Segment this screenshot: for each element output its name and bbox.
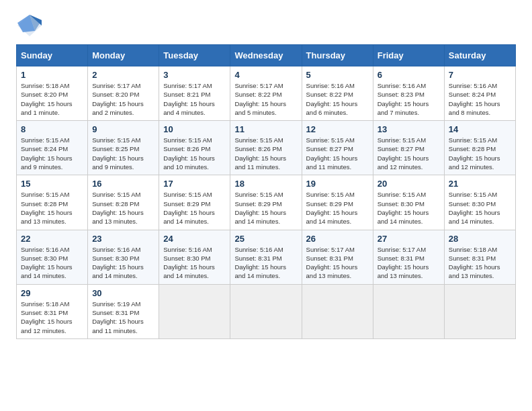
day-info: Sunrise: 5:17 AM Sunset: 8:31 PM Dayligh… [306,245,369,281]
day-number: 25 [234,234,297,244]
day-info: Sunrise: 5:16 AM Sunset: 8:22 PM Dayligh… [306,81,369,117]
day-info: Sunrise: 5:15 AM Sunset: 8:29 PM Dayligh… [306,190,369,226]
day-info: Sunrise: 5:15 AM Sunset: 8:28 PM Dayligh… [92,190,154,226]
day-info: Sunrise: 5:17 AM Sunset: 8:21 PM Dayligh… [163,81,226,117]
calendar-cell: 5Sunrise: 5:16 AM Sunset: 8:22 PM Daylig… [302,66,373,121]
calendar-cell: 8Sunrise: 5:15 AM Sunset: 8:24 PM Daylig… [17,121,88,175]
day-info: Sunrise: 5:15 AM Sunset: 8:25 PM Dayligh… [92,136,154,171]
calendar-cell: 16Sunrise: 5:15 AM Sunset: 8:28 PM Dayli… [88,175,159,230]
calendar-cell: 17Sunrise: 5:15 AM Sunset: 8:29 PM Dayli… [159,175,230,230]
day-info: Sunrise: 5:16 AM Sunset: 8:23 PM Dayligh… [378,81,440,117]
day-info: Sunrise: 5:16 AM Sunset: 8:30 PM Dayligh… [92,245,154,281]
calendar-cell: 24Sunrise: 5:16 AM Sunset: 8:30 PM Dayli… [159,230,230,284]
day-number: 5 [306,70,369,80]
day-info: Sunrise: 5:16 AM Sunset: 8:30 PM Dayligh… [163,245,226,281]
day-info: Sunrise: 5:18 AM Sunset: 8:20 PM Dayligh… [21,81,83,117]
calendar-cell: 28Sunrise: 5:18 AM Sunset: 8:31 PM Dayli… [444,230,515,284]
calendar-cell: 19Sunrise: 5:15 AM Sunset: 8:29 PM Dayli… [302,175,373,230]
header-monday: Monday [88,45,159,66]
calendar-cell: 11Sunrise: 5:15 AM Sunset: 8:26 PM Dayli… [230,121,302,175]
week-row-3: 15Sunrise: 5:15 AM Sunset: 8:28 PM Dayli… [17,175,516,230]
day-number: 8 [21,124,83,134]
day-info: Sunrise: 5:15 AM Sunset: 8:29 PM Dayligh… [163,190,226,226]
calendar-cell: 26Sunrise: 5:17 AM Sunset: 8:31 PM Dayli… [302,230,373,284]
day-number: 27 [378,234,440,244]
day-info: Sunrise: 5:18 AM Sunset: 8:31 PM Dayligh… [21,300,83,335]
calendar-cell: 30Sunrise: 5:19 AM Sunset: 8:31 PM Dayli… [88,284,159,338]
day-number: 23 [92,234,154,244]
day-info: Sunrise: 5:15 AM Sunset: 8:29 PM Dayligh… [234,190,297,226]
day-number: 9 [92,124,154,134]
header-friday: Friday [373,45,444,66]
day-info: Sunrise: 5:16 AM Sunset: 8:24 PM Dayligh… [449,81,511,117]
day-number: 6 [378,70,440,80]
day-number: 20 [378,179,440,189]
calendar-cell [302,284,373,338]
day-number: 19 [306,179,369,189]
calendar-cell: 7Sunrise: 5:16 AM Sunset: 8:24 PM Daylig… [444,66,515,121]
calendar-body: 1Sunrise: 5:18 AM Sunset: 8:20 PM Daylig… [17,66,516,339]
day-number: 24 [163,234,226,244]
week-row-2: 8Sunrise: 5:15 AM Sunset: 8:24 PM Daylig… [17,121,516,175]
day-number: 2 [92,70,154,80]
calendar-cell: 10Sunrise: 5:15 AM Sunset: 8:26 PM Dayli… [159,121,230,175]
logo [16,13,46,38]
calendar-cell: 6Sunrise: 5:16 AM Sunset: 8:23 PM Daylig… [373,66,444,121]
calendar-cell: 21Sunrise: 5:15 AM Sunset: 8:30 PM Dayli… [444,175,515,230]
day-info: Sunrise: 5:15 AM Sunset: 8:24 PM Dayligh… [21,136,83,171]
calendar-cell: 1Sunrise: 5:18 AM Sunset: 8:20 PM Daylig… [17,66,88,121]
calendar-cell: 2Sunrise: 5:17 AM Sunset: 8:20 PM Daylig… [88,66,159,121]
day-number: 4 [234,70,297,80]
week-row-1: 1Sunrise: 5:18 AM Sunset: 8:20 PM Daylig… [17,66,516,121]
calendar-cell: 22Sunrise: 5:16 AM Sunset: 8:30 PM Dayli… [17,230,88,284]
header-tuesday: Tuesday [159,45,230,66]
calendar-cell [444,284,515,338]
day-info: Sunrise: 5:18 AM Sunset: 8:31 PM Dayligh… [449,245,511,281]
day-number: 28 [449,234,511,244]
calendar-header: SundayMondayTuesdayWednesdayThursdayFrid… [17,45,516,66]
day-info: Sunrise: 5:15 AM Sunset: 8:30 PM Dayligh… [378,190,440,226]
day-number: 21 [449,179,511,189]
day-number: 15 [21,179,83,189]
day-info: Sunrise: 5:17 AM Sunset: 8:20 PM Dayligh… [92,81,154,117]
day-info: Sunrise: 5:17 AM Sunset: 8:31 PM Dayligh… [378,245,440,281]
day-number: 7 [449,70,511,80]
calendar-cell: 23Sunrise: 5:16 AM Sunset: 8:30 PM Dayli… [88,230,159,284]
calendar-cell: 3Sunrise: 5:17 AM Sunset: 8:21 PM Daylig… [159,66,230,121]
day-number: 18 [234,179,297,189]
day-info: Sunrise: 5:15 AM Sunset: 8:30 PM Dayligh… [449,190,511,226]
calendar-cell [373,284,444,338]
day-info: Sunrise: 5:15 AM Sunset: 8:26 PM Dayligh… [234,136,297,171]
day-info: Sunrise: 5:16 AM Sunset: 8:31 PM Dayligh… [234,245,297,281]
day-number: 22 [21,234,83,244]
day-number: 26 [306,234,369,244]
day-number: 17 [163,179,226,189]
day-number: 30 [92,288,154,298]
calendar-cell: 25Sunrise: 5:16 AM Sunset: 8:31 PM Dayli… [230,230,302,284]
day-info: Sunrise: 5:16 AM Sunset: 8:30 PM Dayligh… [21,245,83,281]
calendar-cell: 27Sunrise: 5:17 AM Sunset: 8:31 PM Dayli… [373,230,444,284]
day-number: 14 [449,124,511,134]
header-wednesday: Wednesday [230,45,302,66]
calendar-cell [159,284,230,338]
calendar-cell: 4Sunrise: 5:17 AM Sunset: 8:22 PM Daylig… [230,66,302,121]
calendar-cell: 29Sunrise: 5:18 AM Sunset: 8:31 PM Dayli… [17,284,88,338]
day-number: 13 [378,124,440,134]
day-info: Sunrise: 5:17 AM Sunset: 8:22 PM Dayligh… [234,81,297,117]
calendar-cell: 18Sunrise: 5:15 AM Sunset: 8:29 PM Dayli… [230,175,302,230]
header-saturday: Saturday [444,45,515,66]
day-info: Sunrise: 5:15 AM Sunset: 8:28 PM Dayligh… [449,136,511,171]
week-row-5: 29Sunrise: 5:18 AM Sunset: 8:31 PM Dayli… [17,284,516,338]
week-row-4: 22Sunrise: 5:16 AM Sunset: 8:30 PM Dayli… [17,230,516,284]
day-number: 1 [21,70,83,80]
day-info: Sunrise: 5:15 AM Sunset: 8:27 PM Dayligh… [306,136,369,171]
calendar-table: SundayMondayTuesdayWednesdayThursdayFrid… [16,44,516,339]
day-number: 16 [92,179,154,189]
day-info: Sunrise: 5:15 AM Sunset: 8:26 PM Dayligh… [163,136,226,171]
header-row: SundayMondayTuesdayWednesdayThursdayFrid… [17,45,516,66]
header-thursday: Thursday [302,45,373,66]
day-number: 12 [306,124,369,134]
calendar-cell: 15Sunrise: 5:15 AM Sunset: 8:28 PM Dayli… [17,175,88,230]
calendar-cell: 14Sunrise: 5:15 AM Sunset: 8:28 PM Dayli… [444,121,515,175]
day-number: 10 [163,124,226,134]
